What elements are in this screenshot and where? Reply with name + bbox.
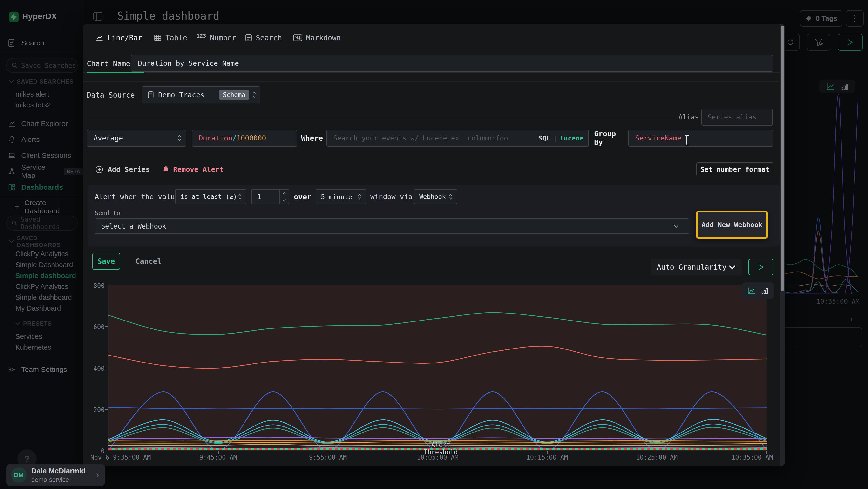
circle-plus-icon	[95, 165, 103, 174]
number-123-icon: 123	[196, 33, 206, 39]
preview-run-button[interactable]	[748, 259, 774, 276]
tab-search[interactable]: Search	[245, 31, 282, 45]
select-updown-icon	[252, 91, 256, 98]
data-source-select[interactable]: Demo Traces Schema	[142, 86, 260, 103]
sql-mode-toggle[interactable]: SQL	[538, 135, 550, 142]
bar-chart-icon	[761, 287, 768, 294]
tab-table[interactable]: Table	[154, 31, 187, 45]
alert-threshold-label: Alert Threshold	[416, 441, 465, 456]
alias-label: Alias	[679, 109, 699, 125]
x-tick-label: 9:55:00 AM	[309, 454, 347, 461]
alert-bell-icon	[162, 166, 169, 173]
chart-series-green	[108, 313, 767, 335]
chevron-right-icon: ›	[96, 470, 99, 480]
y-tick-label: 800	[85, 282, 105, 289]
text-cursor-pointer	[684, 135, 689, 146]
alert-config-panel: Alert when the value is at least (≥) 1 o…	[88, 185, 779, 247]
y-tick-label: 400	[85, 365, 105, 372]
chart-series-cyan-wave-2	[108, 424, 767, 443]
play-icon	[758, 264, 764, 270]
stepper-up-icon	[282, 192, 286, 195]
chart-name-label: Chart Name	[87, 55, 130, 72]
where-search-input[interactable]: Search your events w/ Lucene ex. column:…	[327, 130, 589, 146]
user-name: Dale McDiarmid	[31, 467, 86, 475]
select-updown-icon	[238, 194, 242, 200]
number-stepper[interactable]	[279, 190, 289, 204]
alert-via-text: window via	[370, 189, 412, 204]
tab-line-bar[interactable]: Line/Bar	[95, 31, 142, 45]
chevron-down-icon	[728, 265, 736, 269]
app-root: HyperDX Search Saved Searches SAVED SEAR…	[0, 0, 868, 489]
y-tick-label: 600	[85, 323, 105, 331]
series-alias-input[interactable]: Series alias	[702, 109, 773, 125]
preview-chart-type-toggle[interactable]	[741, 282, 774, 299]
granularity-select[interactable]: Auto Granularity	[651, 259, 742, 276]
send-to-label: Send to	[95, 209, 120, 217]
webhook-select[interactable]: Select a Webhook	[95, 219, 689, 234]
select-updown-icon	[177, 135, 182, 141]
save-button[interactable]: Save	[92, 253, 120, 270]
select-updown-icon	[357, 194, 362, 200]
remove-alert-button[interactable]: Remove Alert	[162, 163, 224, 176]
alias-divider	[87, 117, 675, 117]
y-tick-label: 200	[85, 406, 105, 413]
tab-number[interactable]: 123 Number	[196, 31, 236, 45]
field-expression-input[interactable]: Duration/1000000	[192, 130, 297, 146]
section-divider	[83, 81, 785, 82]
markdown-icon	[293, 34, 302, 41]
group-by-label: Group By	[594, 130, 628, 146]
line-chart-icon	[747, 287, 756, 295]
alert-over-text: over	[294, 189, 311, 204]
y-axis-top-tick	[108, 285, 112, 285]
preview-chart-series	[108, 285, 767, 451]
select-updown-icon	[448, 194, 453, 200]
y-axis-line	[108, 285, 108, 451]
x-tick-label: 10:35:00 AM	[732, 454, 773, 461]
alert-prefix-text: Alert when the value	[95, 189, 179, 204]
chart-series-blue-flat	[108, 407, 767, 409]
alert-window-select[interactable]: 5 minute	[316, 189, 366, 204]
set-number-format-button[interactable]: Set number format	[696, 163, 774, 176]
chart-series-salmon	[108, 346, 767, 368]
cancel-button[interactable]: Cancel	[135, 253, 161, 270]
schema-badge: Schema	[219, 90, 249, 100]
x-tick-label: 10:25:00 AM	[636, 454, 678, 461]
data-source-label: Data Source	[87, 86, 135, 103]
x-tick-label: 9:45:00 AM	[199, 454, 237, 461]
chart-series-purple	[108, 437, 767, 438]
active-tab-indicator	[87, 72, 144, 74]
edit-chart-modal: Line/Bar Table 123 Number Search Markdow…	[83, 24, 785, 466]
where-label: Where	[301, 130, 325, 146]
alert-threshold-input[interactable]: 1	[251, 189, 289, 204]
table-icon	[154, 34, 161, 41]
chevron-down-icon	[674, 225, 679, 228]
database-icon	[147, 91, 154, 99]
x-tick-label: 10:05:00 AM	[417, 454, 458, 461]
user-profile-card[interactable]: DM Dale McDiarmid demo-service - ›	[6, 464, 105, 486]
avatar: DM	[11, 467, 27, 483]
tab-markdown[interactable]: Markdown	[293, 31, 341, 45]
user-subtitle: demo-service -	[31, 476, 73, 484]
alert-channel-select[interactable]: Webhook	[414, 189, 457, 204]
modal-scrollbar-thumb[interactable]	[781, 26, 784, 291]
add-series-button[interactable]: Add Series	[95, 163, 150, 176]
line-chart-icon	[95, 34, 103, 41]
stepper-down-icon	[282, 199, 286, 202]
lucene-mode-toggle[interactable]: Lucene	[560, 135, 584, 142]
group-by-input[interactable]: ServiceName	[628, 130, 773, 146]
x-tick-label: 10:15:00 AM	[526, 454, 568, 461]
chart-name-input[interactable]: Duration by Service Name	[131, 55, 773, 72]
x-tick-label: Nov 6 9:35:00 AM	[90, 454, 151, 461]
search-doc-icon	[245, 34, 252, 41]
tab-underline-track	[83, 73, 785, 74]
aggregation-select[interactable]: Average	[87, 130, 186, 146]
add-new-webhook-button[interactable]: Add New Webhook	[696, 211, 768, 239]
chart-series-cyan-wave-1	[108, 420, 767, 442]
alert-condition-select[interactable]: is at least (≥)	[175, 189, 246, 204]
